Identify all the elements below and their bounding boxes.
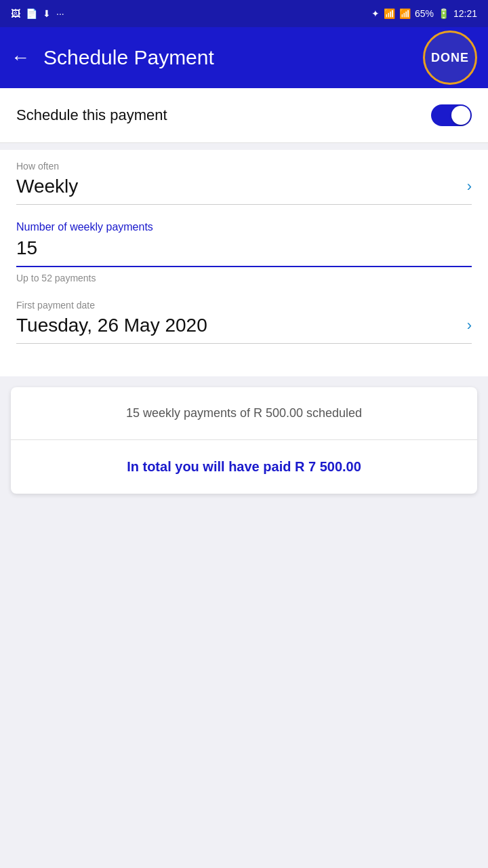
- form-section: How often Weekly › Number of weekly paym…: [0, 150, 488, 376]
- first-payment-label: First payment date: [16, 300, 472, 311]
- more-icon: ···: [56, 8, 64, 19]
- status-icons: 🖼 📄 ⬇ ···: [11, 8, 64, 19]
- page-title: Schedule Payment: [43, 46, 423, 69]
- first-payment-chevron-icon: ›: [467, 317, 472, 334]
- status-right: ✦ 📶 📶 65% 🔋 12:21: [371, 8, 477, 19]
- file-icon: 📄: [26, 8, 37, 19]
- how-often-value: Weekly: [16, 176, 78, 197]
- how-often-label: How often: [16, 161, 472, 172]
- toggle-knob: [451, 106, 470, 125]
- app-bar: ← Schedule Payment DONE: [0, 27, 488, 88]
- num-payments-group: Number of weekly payments 15 Up to 52 pa…: [16, 221, 472, 283]
- signal-icon: 📶: [399, 8, 411, 19]
- num-payments-label: Number of weekly payments: [16, 221, 472, 233]
- download-icon: ⬇: [43, 8, 51, 19]
- wifi-icon: 📶: [384, 8, 395, 19]
- battery-percent: 65%: [415, 8, 434, 19]
- schedule-toggle-row: Schedule this payment: [0, 88, 488, 143]
- first-payment-group: First payment date Tuesday, 26 May 2020 …: [16, 300, 472, 344]
- first-payment-value: Tuesday, 26 May 2020: [16, 315, 207, 336]
- content: Schedule this payment How often Weekly ›…: [0, 88, 488, 494]
- status-bar: 🖼 📄 ⬇ ··· ✦ 📶 📶 65% 🔋 12:21: [0, 0, 488, 27]
- image-icon: 🖼: [11, 8, 20, 19]
- summary-line1: 15 weekly payments of R 500.00 scheduled: [11, 387, 477, 440]
- num-payments-row[interactable]: 15: [16, 237, 472, 267]
- summary-line2: In total you will have paid R 7 500.00: [11, 440, 477, 494]
- schedule-toggle-switch[interactable]: [431, 104, 472, 126]
- how-often-chevron-icon: ›: [467, 178, 472, 195]
- summary-card: 15 weekly payments of R 500.00 scheduled…: [11, 387, 477, 494]
- time: 12:21: [453, 8, 477, 19]
- done-button[interactable]: DONE: [423, 31, 477, 85]
- num-payments-value: 15: [16, 237, 37, 259]
- first-payment-row[interactable]: Tuesday, 26 May 2020 ›: [16, 315, 472, 344]
- battery-icon: 🔋: [438, 8, 449, 19]
- back-button[interactable]: ←: [11, 47, 30, 68]
- num-payments-helper: Up to 52 payments: [16, 273, 472, 283]
- bluetooth-icon: ✦: [371, 8, 380, 19]
- how-often-row[interactable]: Weekly ›: [16, 176, 472, 205]
- how-often-group: How often Weekly ›: [16, 161, 472, 205]
- schedule-toggle-label: Schedule this payment: [16, 106, 167, 124]
